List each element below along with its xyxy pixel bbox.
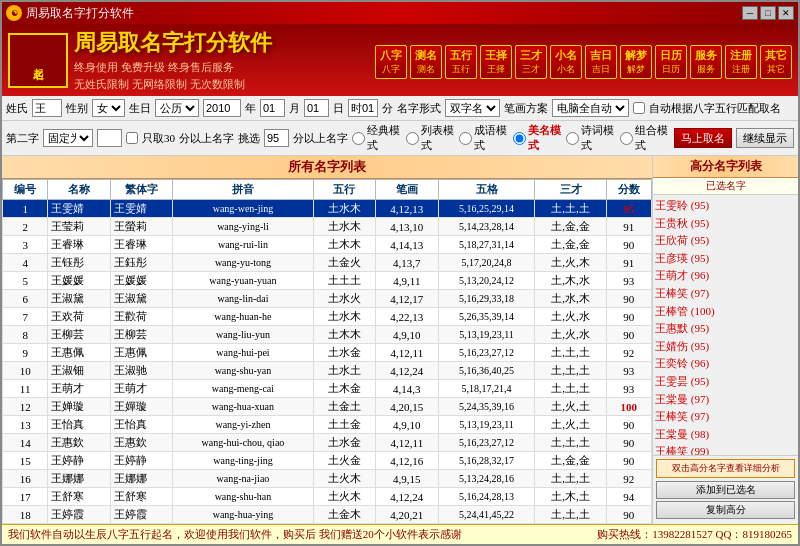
nav-sancai[interactable]: 三才三才 xyxy=(515,45,547,79)
minimize-button[interactable]: ─ xyxy=(742,6,758,20)
cell-name: 王舒寒 xyxy=(48,488,111,506)
right-list-item[interactable]: 王棒笑 (97) xyxy=(655,285,796,303)
right-list-item[interactable]: 王彦瑛 (95) xyxy=(655,250,796,268)
table-row[interactable]: 1 王雯婧 王雯婧 wang-wen-jing 土水木 4,12,13 5,16… xyxy=(3,200,652,218)
mode-classic-option[interactable]: 经典模式 xyxy=(352,123,403,153)
cell-pinyin: wang-na-jiao xyxy=(173,470,313,488)
cell-score: 91 xyxy=(606,218,651,236)
cell-pinyin: wang-hua-xuan xyxy=(173,398,313,416)
day-input[interactable] xyxy=(304,99,329,117)
mode-poem-option[interactable]: 诗词模式 xyxy=(566,123,617,153)
table-row[interactable]: 15 王婷静 王婷静 wang-ting-jing 土火金 4,12,16 5,… xyxy=(3,452,652,470)
app-logo: 起名 xyxy=(8,33,68,88)
cell-score: 90 xyxy=(606,326,651,344)
nav-wangze[interactable]: 王择王择 xyxy=(480,45,512,79)
app-title: 周易取名字打分软件 xyxy=(74,28,369,58)
fixed-char-input[interactable] xyxy=(97,129,122,147)
table-row[interactable]: 16 王娜娜 王娜娜 wang-na-jiao 土火木 4,9,15 5,13,… xyxy=(3,470,652,488)
right-name-list[interactable]: 王雯聆 (95)王贵秋 (95)王欣荷 (95)王彦瑛 (95)王萌才 (96)… xyxy=(653,195,798,455)
cell-trad: 王娜娜 xyxy=(110,470,173,488)
right-list-item[interactable]: 王贵秋 (95) xyxy=(655,215,796,233)
name-type-select[interactable]: 双字名单字名 xyxy=(445,99,500,117)
table-row[interactable]: 12 王婵璇 王嬋璇 wang-hua-xuan 土金土 4,20,15 5,2… xyxy=(3,398,652,416)
col-wuxing: 五行 xyxy=(313,180,376,200)
surname-input[interactable] xyxy=(32,99,62,117)
right-list-item[interactable]: 王婧伤 (95) xyxy=(655,338,796,356)
birthday-label: 生日 xyxy=(129,101,151,116)
right-list-item[interactable]: 王棒笑 (97) xyxy=(655,408,796,426)
auto-match-checkbox[interactable] xyxy=(633,102,645,114)
table-row[interactable]: 3 王睿琳 王睿琳 wang-rui-lin 土木木 4,14,13 5,18,… xyxy=(3,236,652,254)
take-name-button[interactable]: 马上取名 xyxy=(674,128,732,148)
subtitle2: 无姓氏限制 无网络限制 无次数限制 xyxy=(74,77,369,92)
month-input[interactable] xyxy=(260,99,285,117)
cell-id: 5 xyxy=(3,272,48,290)
cell-bihua: 4,22,13 xyxy=(376,308,439,326)
right-list-item[interactable]: 王雯聆 (95) xyxy=(655,197,796,215)
nav-rili[interactable]: 日历日历 xyxy=(655,45,687,79)
pick-score-input[interactable] xyxy=(264,129,289,147)
table-row[interactable]: 11 王萌才 王萌才 wang-meng-cai 土木金 4,14,3 5,18… xyxy=(3,380,652,398)
table-row[interactable]: 13 王怡真 王怡真 wang-yi-zhen 土土金 4,9,10 5,13,… xyxy=(3,416,652,434)
table-row[interactable]: 14 王惠欽 王惠欽 wang-hui-chou, qiao 土水金 4,12,… xyxy=(3,434,652,452)
add-to-selected-button[interactable]: 添加到已选名 xyxy=(656,481,795,499)
right-list-item[interactable]: 王惠默 (95) xyxy=(655,320,796,338)
cell-bihua: 4,12,13 xyxy=(376,200,439,218)
mode-combo-option[interactable]: 组合模式 xyxy=(620,123,671,153)
cell-score: 91 xyxy=(606,254,651,272)
mode-beauty-option[interactable]: 美名模式 xyxy=(513,123,564,153)
right-list-item[interactable]: 王欣荷 (95) xyxy=(655,232,796,250)
table-row[interactable]: 17 王舒寒 王舒寒 wang-shu-han 土火木 4,12,24 5,16… xyxy=(3,488,652,506)
nav-zhuce[interactable]: 注册注册 xyxy=(725,45,757,79)
calendar-select[interactable]: 公历农历 xyxy=(155,99,199,117)
stroke-select[interactable]: 电脑全自动 xyxy=(552,99,629,117)
right-list-item[interactable]: 王雯昙 (95) xyxy=(655,373,796,391)
right-list-item[interactable]: 王棒管 (100) xyxy=(655,303,796,321)
table-row[interactable]: 4 王钰彤 王鈺彤 wang-yu-tong 土金火 4,13,7 5,17,2… xyxy=(3,254,652,272)
analyze-button[interactable]: 双击高分名字查看详细分析 xyxy=(656,459,795,478)
table-row[interactable]: 7 王欢荷 王歡荷 wang-huan-he 土水木 4,22,13 5,26,… xyxy=(3,308,652,326)
nav-jiemeng[interactable]: 解梦解梦 xyxy=(620,45,652,79)
right-list-item[interactable]: 王奕铃 (96) xyxy=(655,355,796,373)
cell-sancai: 土,土,土 xyxy=(535,380,606,398)
table-row[interactable]: 6 王淑黛 王淑黛 wang-lin-dai 土水火 4,12,17 5,16,… xyxy=(3,290,652,308)
year-input[interactable] xyxy=(203,99,241,117)
nav-xiaoname[interactable]: 小名小名 xyxy=(550,45,582,79)
cell-trad: 王怡真 xyxy=(110,416,173,434)
cell-wuge: 5,24,35,39,16 xyxy=(438,398,535,416)
cell-id: 11 xyxy=(3,380,48,398)
only30-checkbox[interactable] xyxy=(126,132,138,144)
cell-wuxing: 土土土 xyxy=(313,272,376,290)
second-char-select[interactable]: 固定为 xyxy=(43,129,93,147)
footer-text: 我们软件自动以生辰八字五行起名，欢迎使用我们软件，购买后 我们赠送20个小软件表… xyxy=(8,527,462,542)
nav-wuxing[interactable]: 五行五行 xyxy=(445,45,477,79)
nav-fuwu[interactable]: 服务服务 xyxy=(690,45,722,79)
copy-highscore-button[interactable]: 复制高分 xyxy=(656,501,795,519)
table-row[interactable]: 2 王莹莉 王螢莉 wang-ying-li 土水木 4,13,10 5,14,… xyxy=(3,218,652,236)
nav-cename[interactable]: 测名测名 xyxy=(410,45,442,79)
nav-qita[interactable]: 其它其它 xyxy=(760,45,792,79)
logo-text: 起名 xyxy=(31,59,46,61)
table-row[interactable]: 18 王婷霞 王婷霞 wang-hua-ying 土金木 4,20,21 5,2… xyxy=(3,506,652,524)
table-row[interactable]: 5 王媛媛 王媛媛 wang-yuan-yuan 土土土 4,9,11 5,13… xyxy=(3,272,652,290)
mode-list-option[interactable]: 列表模式 xyxy=(406,123,457,153)
right-list-item[interactable]: 王棒笑 (99) xyxy=(655,443,796,455)
cell-bihua: 4,9,10 xyxy=(376,416,439,434)
table-row[interactable]: 10 王淑钿 王淑驰 wang-shu-yan 土水土 4,12,24 5,16… xyxy=(3,362,652,380)
cell-pinyin: wang-wen-jing xyxy=(173,200,313,218)
hour-input[interactable] xyxy=(348,99,378,117)
continue-button[interactable]: 继续显示 xyxy=(736,128,794,148)
nav-bazhi[interactable]: 八字八字 xyxy=(375,45,407,79)
right-list-item[interactable]: 王萌才 (96) xyxy=(655,267,796,285)
name-table-container[interactable]: 编号 名称 繁体字 拼音 五行 笔画 五格 三才 分数 1 王雯婧 xyxy=(2,179,652,524)
cell-wuxing: 土水土 xyxy=(313,362,376,380)
table-row[interactable]: 8 王柳芸 王柳芸 wang-liu-yun 土木木 4,9,10 5,13,1… xyxy=(3,326,652,344)
right-list-item[interactable]: 王棠曼 (97) xyxy=(655,391,796,409)
maximize-button[interactable]: □ xyxy=(760,6,776,20)
gender-select[interactable]: 女男 xyxy=(92,99,125,117)
table-row[interactable]: 9 王惠佩 王惠佩 wang-hui-pei 土水金 4,12,11 5,16,… xyxy=(3,344,652,362)
right-list-item[interactable]: 王棠曼 (98) xyxy=(655,426,796,444)
mode-compose-option[interactable]: 成语模式 xyxy=(459,123,510,153)
nav-jiri[interactable]: 吉日吉日 xyxy=(585,45,617,79)
close-button[interactable]: ✕ xyxy=(778,6,794,20)
